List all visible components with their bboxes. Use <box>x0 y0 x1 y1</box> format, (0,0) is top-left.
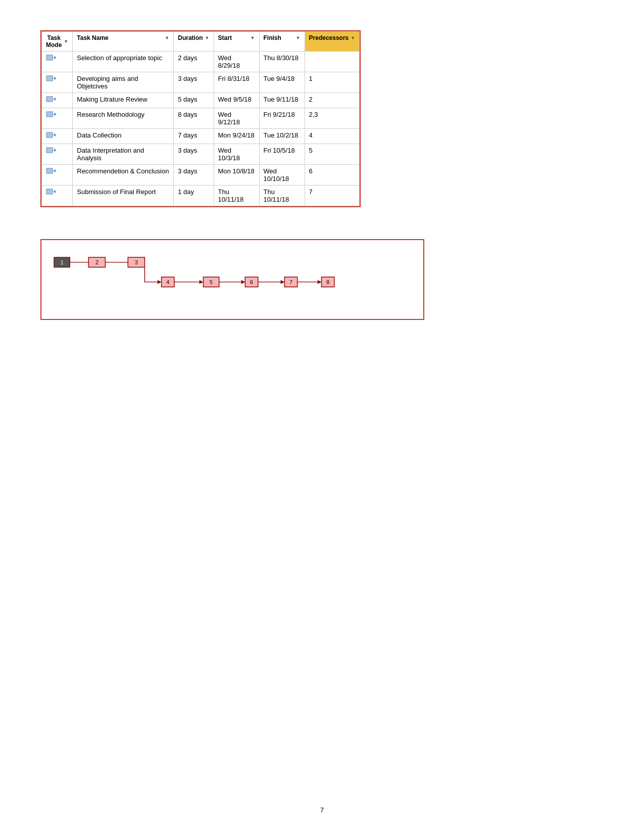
network-diagram: 1 2 3 4 5 6 7 8 <box>40 239 424 320</box>
svg-rect-10 <box>46 148 53 153</box>
node-6-label: 6 <box>250 279 253 285</box>
cell-predecessors: 6 <box>305 165 360 186</box>
cell-predecessors: 1 <box>305 72 360 93</box>
cell-task-name: Data Interpretation and Analysis <box>73 144 174 165</box>
cell-task-mode <box>42 165 73 186</box>
cell-start: Mon 9/24/18 <box>214 129 259 144</box>
cell-task-name: Research Methodology <box>73 108 174 129</box>
svg-rect-14 <box>46 189 53 194</box>
cell-duration: 5 days <box>174 93 214 108</box>
node-2-label: 2 <box>95 259 98 265</box>
cell-task-name: Making Litrature Review <box>73 93 174 108</box>
cell-task-mode <box>42 144 73 165</box>
cell-start: Mon 10/8/18 <box>214 165 259 186</box>
svg-rect-8 <box>46 132 53 137</box>
task-mode-icon <box>46 188 56 196</box>
cell-duration: 3 days <box>174 72 214 93</box>
page-number: 7 <box>320 806 324 814</box>
cell-task-name: Submission of Final Report <box>73 186 174 206</box>
task-mode-icon <box>46 75 56 83</box>
cell-predecessors <box>305 52 360 72</box>
cell-predecessors: 2,3 <box>305 108 360 129</box>
svg-rect-2 <box>46 76 53 81</box>
task-mode-icon <box>46 54 56 62</box>
task-mode-icon <box>46 167 56 175</box>
table-row: Making Litrature Review5 daysWed 9/5/18T… <box>42 93 360 108</box>
svg-marker-3 <box>53 77 56 80</box>
cell-finish: Tue 9/4/18 <box>259 72 305 93</box>
header-predecessors-label: Predecessors <box>309 34 349 41</box>
task-mode-icon <box>46 147 56 155</box>
diagram-svg: 1 2 3 4 5 6 7 8 <box>41 240 423 319</box>
cell-task-mode <box>42 186 73 206</box>
task-mode-icon <box>46 111 56 119</box>
cell-start: Wed 8/29/18 <box>214 52 259 72</box>
header-finish-label: Finish <box>264 34 281 41</box>
task-name-dropdown-icon[interactable]: ▼ <box>165 35 169 40</box>
duration-dropdown-icon[interactable]: ▼ <box>205 35 210 40</box>
cell-finish: Fri 9/21/18 <box>259 108 305 129</box>
cell-start: Fri 8/31/18 <box>214 72 259 93</box>
cell-start: Wed 9/12/18 <box>214 108 259 129</box>
cell-finish: Fri 10/5/18 <box>259 144 305 165</box>
svg-marker-26 <box>281 280 285 284</box>
svg-marker-22 <box>200 280 204 284</box>
table-row: Recommendetion & Conclusion3 daysMon 10/… <box>42 165 360 186</box>
cell-task-mode <box>42 72 73 93</box>
cell-finish: Thu 10/11/18 <box>259 186 305 206</box>
task-table: TaskMode ▼ Task Name ▼ Duration ▼ <box>41 31 360 206</box>
cell-task-name: Recommendetion & Conclusion <box>73 165 174 186</box>
header-predecessors: Predecessors ▼ <box>305 32 360 52</box>
svg-marker-20 <box>158 280 162 284</box>
header-task-mode: TaskMode ▼ <box>42 32 73 52</box>
task-mode-icon <box>46 96 56 104</box>
header-task-mode-label: TaskMode <box>46 34 62 49</box>
svg-marker-11 <box>53 149 56 152</box>
node-7-label: 7 <box>289 279 292 285</box>
table-row: Selection of appropriate topic2 daysWed … <box>42 52 360 72</box>
svg-rect-0 <box>46 55 53 60</box>
svg-rect-6 <box>46 112 53 117</box>
svg-marker-24 <box>241 280 245 284</box>
cell-duration: 1 day <box>174 186 214 206</box>
cell-finish: Tue 9/11/18 <box>259 93 305 108</box>
svg-marker-13 <box>53 169 56 172</box>
cell-finish: Wed 10/10/18 <box>259 165 305 186</box>
cell-predecessors: 7 <box>305 186 360 206</box>
svg-marker-7 <box>53 113 56 116</box>
start-dropdown-icon[interactable]: ▼ <box>251 35 255 40</box>
svg-marker-1 <box>53 56 56 59</box>
node-1-label: 1 <box>61 259 64 265</box>
task-table-container: TaskMode ▼ Task Name ▼ Duration ▼ <box>40 30 361 207</box>
page-number-text: 7 <box>320 806 324 814</box>
node-4-label: 4 <box>166 279 169 285</box>
finish-dropdown-icon[interactable]: ▼ <box>296 35 301 40</box>
header-task-name-label: Task Name <box>77 34 108 41</box>
table-row: Data Collection7 daysMon 9/24/18Tue 10/2… <box>42 129 360 144</box>
table-row: Developing aims and Objetcives3 daysFri … <box>42 72 360 93</box>
task-mode-dropdown-icon[interactable]: ▼ <box>64 39 68 44</box>
cell-task-mode <box>42 129 73 144</box>
predecessors-dropdown-icon[interactable]: ▼ <box>351 35 355 40</box>
cell-task-name: Selection of appropriate topic <box>73 52 174 72</box>
table-row: Research Methodology8 daysWed 9/12/18Fri… <box>42 108 360 129</box>
cell-duration: 3 days <box>174 165 214 186</box>
cell-start: Wed 9/5/18 <box>214 93 259 108</box>
cell-duration: 7 days <box>174 129 214 144</box>
svg-marker-15 <box>53 190 56 193</box>
cell-start: Wed 10/3/18 <box>214 144 259 165</box>
cell-task-mode <box>42 108 73 129</box>
header-duration-label: Duration <box>178 34 203 41</box>
cell-finish: Tue 10/2/18 <box>259 129 305 144</box>
cell-predecessors: 4 <box>305 129 360 144</box>
cell-predecessors: 2 <box>305 93 360 108</box>
header-start-label: Start <box>218 34 232 41</box>
task-mode-icon <box>46 131 56 140</box>
cell-task-mode <box>42 52 73 72</box>
cell-finish: Thu 8/30/18 <box>259 52 305 72</box>
page: TaskMode ▼ Task Name ▼ Duration ▼ <box>0 0 644 834</box>
node-8-label: 8 <box>326 279 329 285</box>
svg-rect-12 <box>46 168 53 173</box>
table-row: Data Interpretation and Analysis3 daysWe… <box>42 144 360 165</box>
header-finish: Finish ▼ <box>259 32 305 52</box>
